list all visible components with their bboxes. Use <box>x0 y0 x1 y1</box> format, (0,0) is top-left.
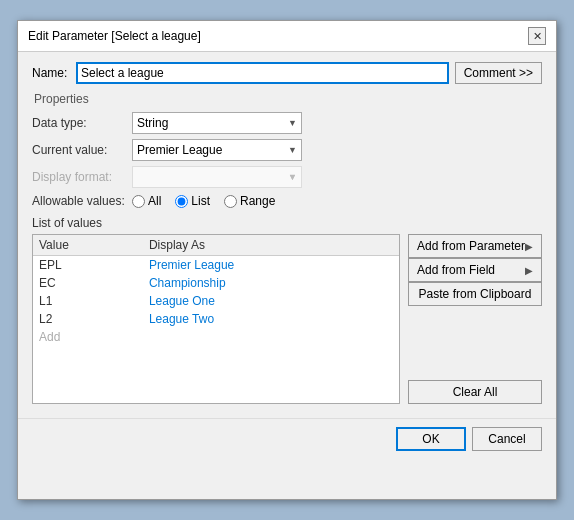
data-type-row: Data type: String <box>32 112 542 134</box>
table-cell-display: League One <box>143 292 399 310</box>
radio-list[interactable]: List <box>175 194 210 208</box>
table-cell-value: L2 <box>33 310 143 328</box>
paste-from-clipboard-button[interactable]: Paste from Clipboard <box>408 282 542 306</box>
close-button[interactable]: ✕ <box>528 27 546 45</box>
name-row: Name: Comment >> <box>32 62 542 84</box>
display-format-row: Display format: ▼ <box>32 166 542 188</box>
right-panel: Add from Parameter ▶ Add from Field ▶ Pa… <box>408 234 542 404</box>
list-of-values-label: List of values <box>32 216 542 230</box>
table-cell-value: L1 <box>33 292 143 310</box>
comment-button[interactable]: Comment >> <box>455 62 542 84</box>
dialog-body: Name: Comment >> Properties Data type: S… <box>18 52 556 414</box>
properties-section: Properties Data type: String Current val… <box>32 92 542 188</box>
table-cell-value: EC <box>33 274 143 292</box>
current-value-row: Current value: Premier League <box>32 139 542 161</box>
display-format-select-wrapper: ▼ <box>132 166 302 188</box>
radio-range[interactable]: Range <box>224 194 275 208</box>
add-row[interactable]: Add <box>33 328 399 346</box>
add-from-field-button[interactable]: Add from Field ▶ <box>408 258 542 282</box>
clear-all-container: Clear All <box>408 380 542 404</box>
list-area: Value Display As EPLPremier LeagueECCham… <box>32 234 400 404</box>
values-table: Value Display As EPLPremier LeagueECCham… <box>33 235 399 346</box>
cancel-button[interactable]: Cancel <box>472 427 542 451</box>
display-format-label: Display format: <box>32 170 132 184</box>
display-format-select[interactable] <box>132 166 302 188</box>
edit-parameter-dialog: Edit Parameter [Select a league] ✕ Name:… <box>17 20 557 500</box>
table-row[interactable]: EPLPremier League <box>33 256 399 275</box>
table-row[interactable]: L2League Two <box>33 310 399 328</box>
name-label: Name: <box>32 66 70 80</box>
table-row[interactable]: L1League One <box>33 292 399 310</box>
radio-list-input[interactable] <box>175 195 188 208</box>
list-of-values-label-row: List of values <box>32 216 542 230</box>
allowable-values-row: Allowable values: All List Range <box>32 194 542 208</box>
table-cell-display: Premier League <box>143 256 399 275</box>
name-input[interactable] <box>76 62 449 84</box>
arrow-icon: ▶ <box>525 241 533 252</box>
add-from-parameter-button[interactable]: Add from Parameter ▶ <box>408 234 542 258</box>
radio-range-input[interactable] <box>224 195 237 208</box>
allowable-values-label: Allowable values: <box>32 194 132 208</box>
table-cell-display: League Two <box>143 310 399 328</box>
radio-group: All List Range <box>132 194 275 208</box>
properties-label: Properties <box>34 92 542 106</box>
current-value-select[interactable]: Premier League <box>132 139 302 161</box>
ok-button[interactable]: OK <box>396 427 466 451</box>
add-cell: Add <box>33 328 399 346</box>
list-table-wrap: Value Display As EPLPremier LeagueECCham… <box>32 234 400 404</box>
dialog-title: Edit Parameter [Select a league] <box>28 29 201 43</box>
list-of-values-section: Value Display As EPLPremier LeagueECCham… <box>32 234 542 404</box>
title-bar: Edit Parameter [Select a league] ✕ <box>18 21 556 52</box>
data-type-select[interactable]: String <box>132 112 302 134</box>
table-row[interactable]: ECChampionship <box>33 274 399 292</box>
dialog-footer: OK Cancel <box>18 418 556 459</box>
table-cell-display: Championship <box>143 274 399 292</box>
current-value-select-wrapper: Premier League <box>132 139 302 161</box>
table-cell-value: EPL <box>33 256 143 275</box>
col-value: Value <box>33 235 143 256</box>
data-type-label: Data type: <box>32 116 132 130</box>
col-display: Display As <box>143 235 399 256</box>
current-value-label: Current value: <box>32 143 132 157</box>
clear-all-button[interactable]: Clear All <box>408 380 542 404</box>
radio-all-input[interactable] <box>132 195 145 208</box>
arrow-icon-2: ▶ <box>525 265 533 276</box>
radio-all[interactable]: All <box>132 194 161 208</box>
data-type-select-wrapper: String <box>132 112 302 134</box>
